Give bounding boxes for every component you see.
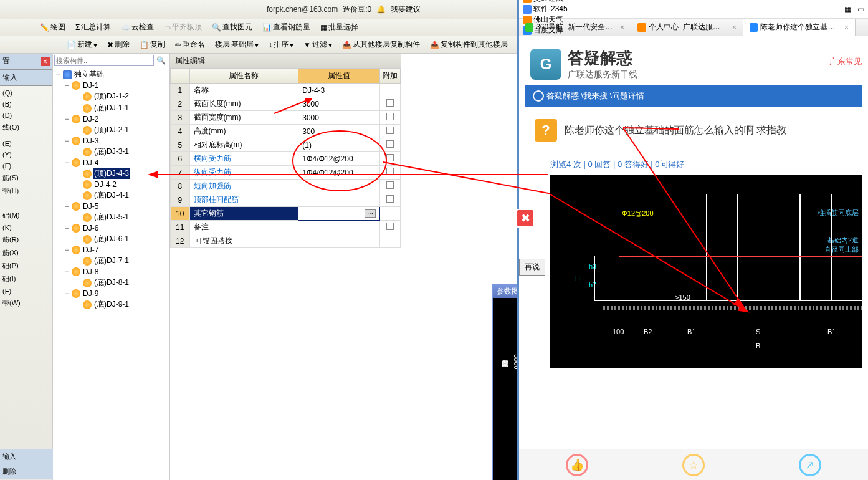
- tree-child-node[interactable]: (底)DJ-1-1: [54, 102, 168, 114]
- bookmark-bar: 网址大全交通违法软件-2345佛山天气百度文库 ▦ ▭: [519, 0, 868, 19]
- browser-page-content: G 答疑解惑 广联达服务新干线 广东常见 答疑解惑 \我来搜 \问题详情 ? 陈…: [519, 36, 868, 375]
- cloud-check-button[interactable]: ☁️云检查: [117, 21, 158, 34]
- share-button[interactable]: ↗: [799, 454, 821, 476]
- tree-child-node[interactable]: (底)DJ-6-1: [54, 233, 168, 245]
- left-category-item[interactable]: (F): [1, 286, 51, 297]
- batch-select-button[interactable]: ▦批量选择: [317, 21, 362, 34]
- left-category-item[interactable]: (E): [1, 138, 51, 149]
- property-row[interactable]: 5相对底标高(m)(1): [171, 138, 401, 152]
- question-stats: 浏览4 次 | 0 回答 | 0 答得好 | 0问得好: [525, 154, 862, 175]
- copy-to-button[interactable]: 📤复制构件到其他楼层: [426, 38, 512, 51]
- sum-calc-button[interactable]: Σ 汇总计算: [72, 21, 115, 34]
- page-footer-actions: 👍 ☆ ↗: [519, 449, 868, 480]
- question-title: 陈老师你这个独立基础的面筋怎么输入的啊 求指教: [565, 124, 786, 137]
- property-row[interactable]: 6横向受力筋1Φ4/Φ12@200: [171, 152, 401, 166]
- search-icon[interactable]: 🔍: [154, 55, 168, 66]
- property-panel-title: 属性编辑: [170, 54, 401, 68]
- browser-tab[interactable]: 陈老师你这个独立基础的×: [743, 19, 856, 36]
- left-category-item[interactable]: (B): [1, 98, 51, 110]
- draw-button[interactable]: ✏️绘图: [36, 21, 69, 34]
- flat-top-button[interactable]: ▭平齐板顶: [160, 21, 206, 34]
- copy-button[interactable]: 📋复制: [136, 38, 169, 51]
- property-row[interactable]: 4高度(mm)300: [171, 125, 401, 138]
- tree-child-node[interactable]: (底)DJ-3-1: [54, 146, 168, 158]
- left-category-item[interactable]: 筋(S): [1, 171, 51, 185]
- breadcrumb-nav: 答疑解惑 \我来搜 \问题详情: [525, 85, 862, 107]
- delete-button[interactable]: ✖删除: [103, 38, 133, 51]
- property-row[interactable]: 2截面长度(mm)3000: [171, 97, 401, 111]
- site-title: 答疑解惑: [568, 47, 637, 69]
- nav-home-icon[interactable]: [533, 90, 544, 102]
- left-category-item[interactable]: 带(W): [1, 297, 51, 310]
- bottom-input-header[interactable]: 输入: [0, 449, 53, 464]
- search-components-input[interactable]: [54, 55, 154, 66]
- property-row[interactable]: 10其它钢筋⋯: [171, 207, 401, 221]
- tree-node[interactable]: −DJ-3: [54, 136, 168, 146]
- tree-node[interactable]: −DJ-2: [54, 114, 168, 124]
- tree-child-node[interactable]: (底)DJ-7-1: [54, 255, 168, 267]
- rename-button[interactable]: ✏重命名: [171, 38, 209, 51]
- bookmark-menu-icon[interactable]: ▭: [857, 5, 864, 14]
- filter-button[interactable]: ▼过滤 ▾: [300, 38, 336, 51]
- tree-node[interactable]: −DJ-9: [54, 289, 168, 299]
- copy-from-button[interactable]: 📥从其他楼层复制构件: [338, 38, 424, 51]
- property-row[interactable]: 12+ 锚固搭接: [171, 234, 401, 248]
- tree-child-node[interactable]: (顶)DJ-4-3: [54, 168, 168, 180]
- close-browser-button[interactable]: ✖: [516, 209, 535, 228]
- site-logo-icon: G: [530, 49, 561, 80]
- left-category-item[interactable]: (D): [1, 110, 51, 121]
- bookmark-grid-icon[interactable]: ▦: [844, 5, 851, 14]
- tree-child-node[interactable]: (底)DJ-8-1: [54, 277, 168, 289]
- tree-node[interactable]: −DJ-6: [54, 223, 168, 233]
- left-category-item[interactable]: 筋(R): [1, 233, 51, 246]
- left-category-item[interactable]: (Q): [1, 87, 51, 98]
- like-button[interactable]: 👍: [566, 454, 588, 476]
- tree-node[interactable]: −DJ-5: [54, 201, 168, 211]
- repeat-button[interactable]: 再说: [519, 259, 545, 276]
- left-category-item[interactable]: (K): [1, 222, 51, 233]
- bookmark-item[interactable]: 软件-2345: [523, 4, 568, 14]
- left-category-item[interactable]: 带(H): [1, 185, 51, 198]
- bell-icon[interactable]: 🔔: [376, 5, 386, 14]
- tree-child-node[interactable]: (顶)DJ-2-1: [54, 124, 168, 136]
- left-category-item[interactable]: 础(M): [1, 209, 51, 222]
- region-link[interactable]: 广东常见: [829, 56, 862, 67]
- tree-node[interactable]: −DJ-1: [54, 80, 168, 90]
- sort-button[interactable]: ↕排序 ▾: [265, 38, 297, 51]
- tree-node[interactable]: −DJ-8: [54, 267, 168, 277]
- floor-layer-dropdown[interactable]: 楼层基础层 ▾: [211, 38, 262, 51]
- suggest-link[interactable]: 我要建议: [391, 4, 421, 15]
- bottom-delete-header[interactable]: 删除: [0, 464, 53, 479]
- left-category-item[interactable]: 线(O): [1, 121, 51, 134]
- tree-child-node[interactable]: DJ-4-2: [54, 180, 168, 190]
- browser-tab[interactable]: 360导航_新一代安全上网×: [519, 19, 631, 36]
- tree-child-node[interactable]: (顶)DJ-1-2: [54, 90, 168, 102]
- property-row[interactable]: 7纵向受力筋1Φ4/Φ12@200: [171, 166, 401, 180]
- tree-root[interactable]: − 独立基础: [54, 69, 168, 80]
- tree-node[interactable]: −DJ-4: [54, 158, 168, 168]
- tree-child-node[interactable]: (底)DJ-4-1: [54, 190, 168, 201]
- property-table: 属性名称 属性值 附加 1名称DJ-4-32截面长度(mm)30003截面宽度(…: [170, 68, 401, 248]
- find-elem-button[interactable]: 🔍查找图元: [208, 21, 256, 34]
- browser-tab[interactable]: 个人中心_广联达服务新×: [631, 19, 743, 36]
- property-row[interactable]: 1名称DJ-4-3: [171, 84, 401, 97]
- left-category-item[interactable]: (Y): [1, 149, 51, 160]
- favorite-button[interactable]: ☆: [682, 454, 705, 476]
- property-row[interactable]: 9顶部柱间配筋: [171, 193, 401, 207]
- property-row[interactable]: 8短向加强筋: [171, 180, 401, 193]
- left-category-item[interactable]: 础(P): [1, 259, 51, 272]
- left-category-item[interactable]: [1, 310, 51, 314]
- component-tree-panel: 🔍 − 独立基础 −DJ-1(顶)DJ-1-2(底)DJ-1-1−DJ-2(顶)…: [53, 54, 170, 480]
- tree-node[interactable]: −DJ-7: [54, 245, 168, 255]
- property-row[interactable]: 3截面宽度(mm)3000: [171, 111, 401, 125]
- left-category-item[interactable]: 筋(X): [1, 246, 51, 259]
- new-button[interactable]: 📄新建 ▾: [63, 38, 101, 51]
- tree-child-node[interactable]: (底)DJ-9-1: [54, 299, 168, 310]
- left-category-item[interactable]: 础(I): [1, 272, 51, 286]
- close-panel-button[interactable]: ×: [41, 57, 50, 66]
- left-category-item[interactable]: (F): [1, 160, 51, 171]
- view-rebar-button[interactable]: 📊查看钢筋量: [259, 21, 314, 34]
- property-row[interactable]: 11备注: [171, 221, 401, 234]
- tree-child-node[interactable]: (底)DJ-5-1: [54, 211, 168, 223]
- property-editor-panel: 属性编辑 属性名称 属性值 附加 1名称DJ-4-32截面长度(mm)30003…: [170, 54, 401, 248]
